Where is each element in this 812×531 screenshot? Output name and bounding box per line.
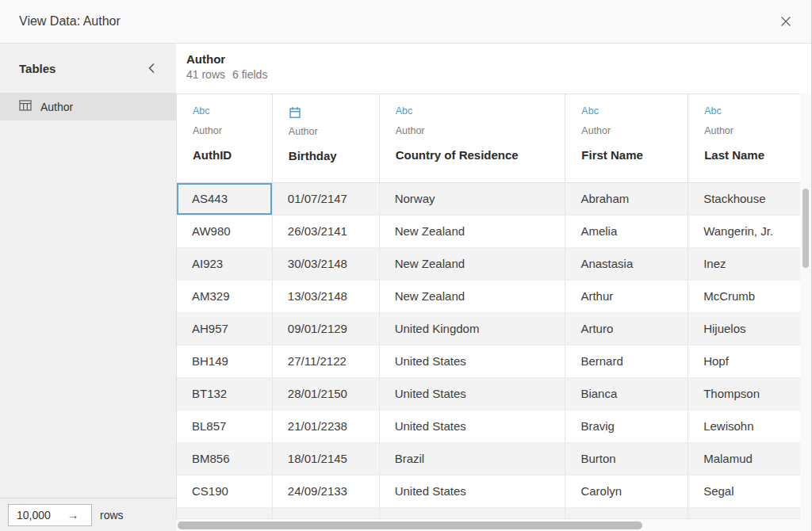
title-bar: View Data: Author [0,0,811,44]
data-table: AbcAuthorAuthIDAuthorBirthdayAbcAuthorCo… [176,94,801,519]
table-cell[interactable]: BL857 [177,411,273,443]
table-cell[interactable]: Anastasia [565,248,688,281]
table-cell[interactable]: 21/01/2238 [273,411,380,443]
table-cell[interactable]: 27/11/2122 [273,346,380,378]
table-cell[interactable]: Arthur [565,281,688,313]
table-row-partial [177,508,801,519]
table-cell[interactable]: 09/01/2129 [273,313,380,346]
window-body: Tables Author → rows Author [0,44,811,531]
table-cell[interactable]: Thompson [688,378,801,411]
table-cell[interactable]: United Kingdom [380,313,566,346]
table-cell[interactable] [565,508,688,519]
row-limit-box: → [8,504,92,526]
table-cell[interactable]: 30/03/2148 [273,248,380,281]
table-cell[interactable]: AM329 [177,281,273,313]
table-cell[interactable] [177,508,273,519]
table-cell[interactable]: Bianca [565,378,688,411]
table-cell[interactable]: 24/09/2133 [273,476,380,508]
table-cell[interactable]: United States [380,411,566,443]
sidebar-header: Tables [0,44,176,93]
table-cell[interactable]: BM856 [177,443,273,476]
column-header-first-name[interactable]: AbcAuthorFirst Name [565,94,688,183]
table-cell[interactable]: Bernard [565,346,688,378]
table-cell[interactable]: New Zealand [380,248,566,281]
table-cell[interactable]: AI923 [177,248,273,281]
row-limit-input[interactable] [9,509,59,521]
table-summary-header: Author 41 rows6 fields [176,44,811,94]
row-limit-footer: → rows [0,498,176,531]
table-cell[interactable] [688,508,801,519]
table-cell[interactable]: United States [380,378,566,411]
table-cell[interactable] [273,508,380,519]
column-header-last-name[interactable]: AbcAuthorLast Name [688,94,801,183]
table-cell[interactable]: Carolyn [565,476,688,508]
table-cell[interactable]: Hijuelos [688,313,801,346]
horizontal-scrollbar[interactable] [178,521,642,529]
column-header-authid[interactable]: AbcAuthorAuthID [177,94,273,183]
string-type-icon: Abc [704,105,794,123]
string-type-icon: Abc [396,105,559,123]
table-cell[interactable]: United States [380,346,566,378]
column-header-country-of-residence[interactable]: AbcAuthorCountry of Residence [380,94,566,183]
table-cell[interactable]: Abraham [565,183,688,216]
table-viewport: AbcAuthorAuthIDAuthorBirthdayAbcAuthorCo… [176,94,811,519]
table-header-row: AbcAuthorAuthIDAuthorBirthdayAbcAuthorCo… [177,94,801,183]
table-cell[interactable]: AH957 [177,313,273,346]
table-cell[interactable]: Amelia [565,216,688,248]
apply-row-limit-button[interactable]: → [59,508,86,521]
table-cell[interactable]: Malamud [688,443,801,476]
table-cell[interactable]: New Zealand [380,281,566,313]
column-table-label: Author [396,125,559,136]
column-table-label: Author [581,125,681,136]
column-table-label: Author [289,126,373,137]
table-cell[interactable]: McCrumb [688,281,801,313]
table-cell[interactable]: CS190 [177,476,273,508]
collapse-sidebar-icon[interactable] [147,63,155,74]
table-cell[interactable]: Inez [688,248,801,281]
table-cell[interactable]: New Zealand [380,216,566,248]
table-row: AH95709/01/2129United KingdomArturoHijue… [177,313,801,346]
column-field-name: AuthID [193,148,266,162]
sidebar-item-author[interactable]: Author [0,93,176,120]
table-cell[interactable]: Burton [565,443,688,476]
close-icon[interactable] [779,15,792,28]
table-cell[interactable]: AW980 [177,216,273,248]
table-cell[interactable]: 18/01/2145 [273,443,380,476]
table-cell[interactable]: AS443 [177,183,273,216]
table-cell[interactable]: Bravig [565,411,688,443]
table-row: BM85618/01/2145BrazilBurtonMalamud [177,443,801,476]
column-field-name: Birthday [289,149,373,162]
table-cell[interactable]: United States [380,476,566,508]
data-panel: Author 41 rows6 fields AbcAuthorAuthIDAu… [176,44,811,531]
table-cell[interactable]: Norway [380,183,566,216]
column-field-name: Country of Residence [396,148,559,162]
table-icon [19,100,32,113]
vertical-scrollbar-track[interactable] [800,94,811,519]
page-title: View Data: Author [19,14,121,29]
table-cell[interactable]: 13/03/2148 [273,281,380,313]
column-field-name: First Name [581,148,681,162]
table-cell[interactable]: BT132 [177,378,273,411]
table-cell[interactable]: 26/03/2141 [273,216,380,248]
vertical-scrollbar[interactable] [802,189,809,268]
column-table-label: Author [704,125,794,136]
table-cell[interactable]: Lewisohn [688,411,801,443]
table-cell[interactable]: Stackhouse [688,183,801,216]
table-row: AM32913/03/2148New ZealandArthurMcCrumb [177,281,801,313]
table-cell[interactable]: Arturo [565,313,688,346]
column-header-birthday[interactable]: AuthorBirthday [273,94,380,183]
table-cell[interactable] [380,508,566,519]
table-cell[interactable]: 01/07/2147 [273,183,380,216]
table-cell[interactable]: Brazil [380,443,566,476]
table-cell[interactable]: Segal [688,476,801,508]
data-table-area: AbcAuthorAuthIDAuthorBirthdayAbcAuthorCo… [176,94,811,531]
table-row: BL85721/01/2238United StatesBravigLewiso… [177,411,801,443]
table-cell[interactable]: 28/01/2150 [273,378,380,411]
table-body: AS44301/07/2147NorwayAbrahamStackhouseAW… [177,183,801,519]
table-cell[interactable]: BH149 [177,346,273,378]
table-cell[interactable]: Wangerin, Jr. [688,216,801,248]
sidebar-item-label: Author [40,101,73,113]
table-row: BH14927/11/2122United StatesBernardHopf [177,346,801,378]
table-cell[interactable]: Hopf [688,346,801,378]
calendar-icon [289,106,373,124]
